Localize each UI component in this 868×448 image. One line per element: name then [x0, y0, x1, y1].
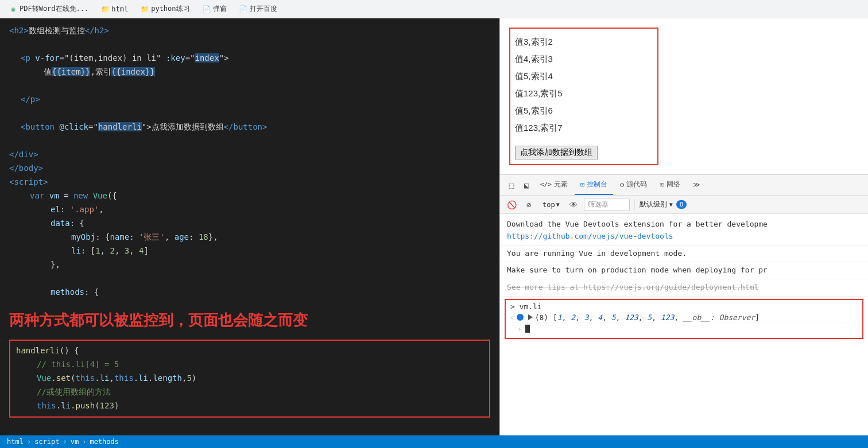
code-line	[0, 134, 499, 148]
input-arrow: ›	[517, 325, 522, 333]
level-dropdown-arrow: ▼	[669, 201, 673, 208]
message-count-badge: 8	[676, 200, 687, 209]
code-line: li: [1, 2, 3, 4]	[0, 244, 499, 258]
code-line: this.li.push(123)	[16, 399, 483, 413]
network-icon: ≋	[660, 181, 664, 189]
file-icon: 📄	[203, 5, 211, 13]
sources-icon: ⚙	[620, 181, 624, 189]
bookmark-pdf[interactable]: ◉ PDF转Word在线免...	[5, 3, 93, 15]
filter-input[interactable]: 筛选器	[584, 198, 630, 211]
code-line: //或使用数组的方法	[16, 385, 483, 399]
code-line	[0, 107, 499, 120]
dropdown-arrow: ▼	[556, 201, 560, 208]
code-line: </body>	[0, 162, 499, 176]
console-icon: ⊡	[580, 181, 584, 189]
inspect-button[interactable]: ⬚	[505, 178, 518, 192]
code-line	[0, 272, 499, 286]
code-line: <h2>数组检测与监控</h2>	[0, 24, 499, 38]
bookmark-baidu[interactable]: 📄 打开百度	[235, 3, 282, 15]
breadcrumb-sep: ›	[82, 438, 86, 446]
tab-sources[interactable]: ⚙ 源代码	[614, 175, 653, 195]
bookmark-bar: ◉ PDF转Word在线免... 📁 html 📁 python练习 📄 弹窗 …	[0, 0, 868, 18]
add-array-button[interactable]: 点我添加数据到数组	[515, 146, 598, 159]
bookmark-python[interactable]: 📁 python练习	[136, 3, 194, 15]
clear-console-button[interactable]: 🚫	[505, 198, 518, 212]
code-line: methods: {	[0, 286, 499, 299]
console-message-3: See more tips at https://vuejs.org/guide…	[500, 279, 868, 297]
code-line: myObj: {name: '张三', age: 18},	[0, 231, 499, 244]
elements-icon: </>	[540, 181, 552, 188]
code-line	[0, 79, 499, 93]
devtools-link[interactable]: https://github.com/vuejs/vue-devtools	[507, 232, 673, 240]
code-line	[0, 38, 499, 52]
breadcrumb-methods[interactable]: methods	[90, 438, 119, 446]
vm-line: > vm.li	[510, 302, 858, 311]
more-icon: ≫	[693, 181, 700, 189]
level-selector[interactable]: 默认级别 ▼	[640, 200, 673, 209]
context-selector[interactable]: top ▼	[539, 200, 563, 210]
file-icon: 📄	[239, 5, 247, 13]
code-line: // this.li[4] = 5	[16, 358, 483, 372]
tab-console[interactable]: ⊡ 控制台	[575, 175, 613, 195]
code-line: },	[0, 258, 499, 272]
console-message-2: Make sure to turn on production mode whe…	[500, 262, 868, 279]
array-output-line: ◁ (8) [1, 2, 3, 4, 5, 123, 5, 123, __ob_…	[510, 313, 858, 322]
console-bottom-box: > vm.li ◁ (8) [1, 2, 3, 4, 5, 123, 5, 12…	[505, 299, 863, 339]
tab-elements[interactable]: </> 元素	[534, 175, 574, 195]
preview-area: 值3,索引2 值4,索引3 值5,索引4 值123,索引5 值5,索引6 值12…	[500, 18, 868, 175]
code-line: data: {	[0, 217, 499, 231]
preview-item-4: 值5,索引6	[515, 102, 653, 119]
code-line: </div>	[0, 148, 499, 162]
code-line: <p v-for="(item,index) in li" :key="inde…	[0, 52, 499, 65]
preview-item-0: 值3,索引2	[515, 33, 653, 50]
left-arrow-icon: ◁	[510, 314, 514, 321]
breadcrumb-vm[interactable]: vm	[71, 438, 79, 446]
expand-arrow-icon[interactable]	[528, 314, 533, 320]
code-line: <script>	[0, 176, 499, 189]
main-area: <h2>数组检测与监控</h2> <p v-for="(item,index) …	[0, 18, 868, 435]
code-line: handlerli() {	[16, 344, 483, 358]
code-line: var vm = new Vue({	[0, 189, 499, 203]
annotation-text: 两种方式都可以被监控到，页面也会随之而变	[0, 304, 499, 337]
code-line: 值{{item}},索引{{index}}	[0, 65, 499, 79]
blue-dot-icon	[517, 314, 524, 321]
code-editor: <h2>数组检测与监控</h2> <p v-for="(item,index) …	[0, 18, 499, 435]
tab-network[interactable]: ≋ 网络	[654, 175, 685, 195]
devtools-panel: ⬚ ⬕ </> 元素 ⊡ 控制台 ⚙ 源代码 ≋ 网络	[500, 175, 868, 435]
devtools-toolbar: 🚫 ⊘ top ▼ 👁 筛选器 默认级别 ▼ 8	[500, 196, 868, 214]
divider	[634, 199, 635, 211]
preview-item-3: 值123,索引5	[515, 85, 653, 102]
preview-item-1: 值4,索引3	[515, 50, 653, 68]
code-line: <button @click="handlerli">点我添加数据到数组</bu…	[0, 120, 499, 134]
preview-item-5: 值123,索引7	[515, 119, 653, 137]
code-line: el: '.app',	[0, 203, 499, 217]
tab-more[interactable]: ≫	[687, 175, 706, 195]
console-input-line: ›	[510, 322, 858, 336]
right-panel: 值3,索引2 值4,索引3 值5,索引4 值123,索引5 值5,索引6 值12…	[499, 18, 868, 435]
breadcrumb-bar: html › script › vm › methods	[0, 435, 868, 448]
code-line: </p>	[0, 93, 499, 107]
console-content: Download the Vue Devtools extension for …	[500, 214, 868, 435]
breadcrumb-html[interactable]: html	[7, 438, 24, 446]
preview-item-2: 值5,索引4	[515, 68, 653, 85]
preview-wrapper: 值3,索引2 值4,索引3 值5,索引4 值123,索引5 值5,索引6 值12…	[509, 28, 658, 165]
folder-icon: 📁	[141, 5, 149, 13]
eye-button[interactable]: 👁	[567, 198, 580, 212]
code-line: Vue.set(this.li,this.li.length,5)	[16, 372, 483, 385]
bookmark-dialog[interactable]: 📄 弹窗	[198, 3, 231, 15]
bookmark-html[interactable]: 📁 html	[96, 4, 133, 14]
breadcrumb-sep: ›	[27, 438, 31, 446]
vue-icon: ◉	[9, 5, 17, 13]
breadcrumb-script[interactable]: script	[34, 438, 59, 446]
cursor	[525, 325, 530, 333]
filter-button[interactable]: ⊘	[522, 198, 536, 212]
console-message-1: You are running Vue in development mode.	[500, 246, 868, 263]
boxed-code-section: handlerli() { // this.li[4] = 5 Vue.set(…	[9, 340, 490, 418]
folder-icon: 📁	[101, 5, 109, 13]
console-message-0: Download the Vue Devtools extension for …	[500, 216, 868, 246]
device-button[interactable]: ⬕	[520, 178, 533, 192]
devtools-tabs: ⬚ ⬕ </> 元素 ⊡ 控制台 ⚙ 源代码 ≋ 网络	[500, 175, 868, 196]
breadcrumb-sep: ›	[63, 438, 67, 446]
